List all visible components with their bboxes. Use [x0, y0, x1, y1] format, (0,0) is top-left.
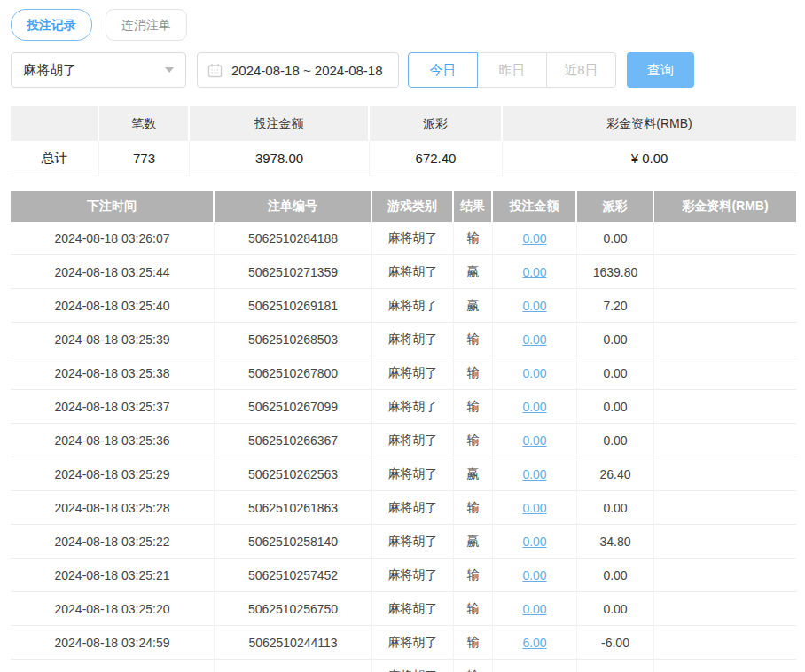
bet-amount-link[interactable]: 0.00 — [522, 467, 546, 481]
bet-amount-link[interactable]: 0.00 — [522, 434, 546, 448]
bet-amount-link[interactable]: 0.00 — [522, 265, 546, 279]
bet-amount-link[interactable]: 0.00 — [522, 231, 546, 246]
bet-amount-link: 6.00 — [493, 626, 577, 660]
bet-time-cell: 2024-08-18 03:24:58 — [11, 660, 215, 672]
order-id-cell: 5062510271359 — [215, 255, 372, 289]
game-type-cell: 麻将胡了 — [372, 222, 454, 255]
bet-amount-link[interactable]: 0.00 — [522, 366, 546, 380]
bet-amount-link: 0.00 — [493, 424, 577, 457]
summary-total-count: 773 — [99, 141, 190, 176]
table-row: 2024-08-18 03:24:595062510244113麻将胡了输6.0… — [11, 626, 796, 660]
order-id-cell: 5062510244113 — [215, 626, 372, 660]
game-type-cell: 麻将胡了 — [372, 525, 454, 559]
filter-bar: 麻将胡了 2024-08-18 ~ 2024-08-18 今日 昨日 近8日 查… — [11, 52, 794, 88]
bet-amount-link: 0.00 — [493, 390, 577, 424]
bet-time-cell: 2024-08-18 03:25:20 — [11, 592, 215, 626]
header-bet-time: 下注时间 — [11, 191, 215, 222]
payout-cell: 26.40 — [577, 457, 654, 491]
yesterday-button[interactable]: 昨日 — [477, 52, 547, 88]
game-type-cell: 麻将胡了 — [372, 592, 454, 626]
today-button[interactable]: 今日 — [408, 52, 478, 88]
summary-header-empty — [11, 106, 99, 141]
bet-amount-link[interactable]: 0.00 — [522, 299, 546, 313]
table-row: 2024-08-18 03:25:445062510271359麻将胡了赢0.0… — [11, 255, 796, 289]
bonus-cell — [654, 323, 796, 356]
table-row: 2024-08-18 03:25:395062510268503麻将胡了输0.0… — [11, 323, 796, 356]
summary-header-bet-amount: 投注金额 — [190, 106, 370, 141]
game-type-cell: 麻将胡了 — [372, 390, 454, 424]
bonus-cell — [654, 457, 796, 491]
bet-amount-link: 0.00 — [493, 525, 577, 559]
order-id-cell: 5062510269181 — [215, 289, 372, 323]
bet-amount-link[interactable]: 0.00 — [522, 332, 546, 347]
result-cell: 输 — [454, 491, 493, 525]
last-8-days-button[interactable]: 近8日 — [546, 52, 616, 88]
bet-amount-link: 0.00 — [493, 457, 577, 491]
bonus-cell — [654, 356, 796, 390]
header-game-type: 游戏类别 — [372, 191, 454, 222]
result-cell: 输 — [454, 559, 493, 592]
bet-time-cell: 2024-08-18 03:26:07 — [11, 222, 215, 255]
bonus-cell — [654, 491, 796, 525]
bet-amount-link: 0.00 — [493, 323, 577, 356]
game-type-cell: 麻将胡了 — [372, 660, 454, 672]
bet-amount-link: 6.00 — [493, 660, 577, 672]
summary-header-row: 笔数 投注金额 派彩 彩金资料(RMB) — [11, 106, 796, 141]
chevron-down-icon — [165, 67, 174, 73]
bet-amount-link[interactable]: 6.00 — [522, 669, 546, 672]
summary-total-label: 总计 — [11, 141, 99, 176]
game-type-select[interactable]: 麻将胡了 — [11, 52, 186, 88]
order-id-cell: 5062510262563 — [215, 457, 372, 491]
payout-cell: 0.00 — [577, 222, 654, 255]
bet-time-cell: 2024-08-18 03:25:21 — [11, 559, 215, 592]
bet-amount-link[interactable]: 0.00 — [522, 501, 546, 515]
table-row: 2024-08-18 03:24:585062510243034麻将胡了输6.0… — [11, 660, 796, 672]
game-type-cell: 麻将胡了 — [372, 424, 454, 457]
order-id-cell: 5062510261863 — [215, 491, 372, 525]
tab-cancelled-bets[interactable]: 连消注单 — [106, 9, 187, 41]
payout-cell: 0.00 — [577, 559, 654, 592]
bet-time-cell: 2024-08-18 03:25:39 — [11, 323, 215, 356]
order-id-cell: 5062510267800 — [215, 356, 372, 390]
order-id-cell: 5062510266367 — [215, 424, 372, 457]
result-cell: 赢 — [454, 457, 493, 491]
header-bonus: 彩金资料(RMB) — [654, 191, 796, 222]
table-row: 2024-08-18 03:25:215062510257452麻将胡了输0.0… — [11, 559, 796, 592]
summary-table: 笔数 投注金额 派彩 彩金资料(RMB) 总计 773 3978.00 672.… — [11, 106, 796, 176]
header-order-id: 注单编号 — [215, 191, 372, 222]
payout-cell: 34.80 — [577, 525, 654, 559]
order-id-cell: 5062510268503 — [215, 323, 372, 356]
bet-amount-link[interactable]: 6.00 — [522, 636, 546, 650]
table-row: 2024-08-18 03:25:295062510262563麻将胡了赢0.0… — [11, 457, 796, 491]
result-cell: 输 — [454, 323, 493, 356]
bonus-cell — [654, 660, 796, 672]
tab-betting-records[interactable]: 投注记录 — [11, 9, 92, 41]
table-row: 2024-08-18 03:25:405062510269181麻将胡了赢0.0… — [11, 289, 796, 323]
table-row: 2024-08-18 03:25:385062510267800麻将胡了输0.0… — [11, 356, 796, 390]
payout-cell: 0.00 — [577, 323, 654, 356]
result-cell: 输 — [454, 390, 493, 424]
table-row: 2024-08-18 03:25:365062510266367麻将胡了输0.0… — [11, 424, 796, 457]
bet-amount-link[interactable]: 0.00 — [522, 568, 546, 582]
bet-amount-link: 0.00 — [493, 255, 577, 289]
order-id-cell: 5062510243034 — [215, 660, 372, 672]
betting-records-page: 投注记录 连消注单 麻将胡了 2024-08-18 ~ 2024-08-18 今… — [0, 0, 805, 672]
date-range-picker[interactable]: 2024-08-18 ~ 2024-08-18 — [197, 52, 399, 88]
top-tabs: 投注记录 连消注单 — [11, 9, 794, 41]
search-button[interactable]: 查询 — [627, 52, 694, 88]
summary-header-payout: 派彩 — [370, 106, 503, 141]
records-table: 下注时间 注单编号 游戏类别 结果 投注金额 派彩 彩金资料(RMB) 2024… — [11, 191, 796, 672]
bet-time-cell: 2024-08-18 03:25:38 — [11, 356, 215, 390]
bet-amount-link[interactable]: 0.00 — [522, 400, 546, 414]
bet-amount-link[interactable]: 0.00 — [522, 535, 546, 549]
bet-amount-link: 0.00 — [493, 289, 577, 323]
order-id-cell: 5062510257452 — [215, 559, 372, 592]
bet-amount-link[interactable]: 0.00 — [522, 602, 546, 616]
bet-time-cell: 2024-08-18 03:25:28 — [11, 491, 215, 525]
order-id-cell: 5062510267099 — [215, 390, 372, 424]
result-cell: 赢 — [454, 525, 493, 559]
payout-cell: -6.00 — [577, 660, 654, 672]
table-row: 2024-08-18 03:25:285062510261863麻将胡了输0.0… — [11, 491, 796, 525]
payout-cell: 0.00 — [577, 356, 654, 390]
records-header-row: 下注时间 注单编号 游戏类别 结果 投注金额 派彩 彩金资料(RMB) — [11, 191, 796, 222]
